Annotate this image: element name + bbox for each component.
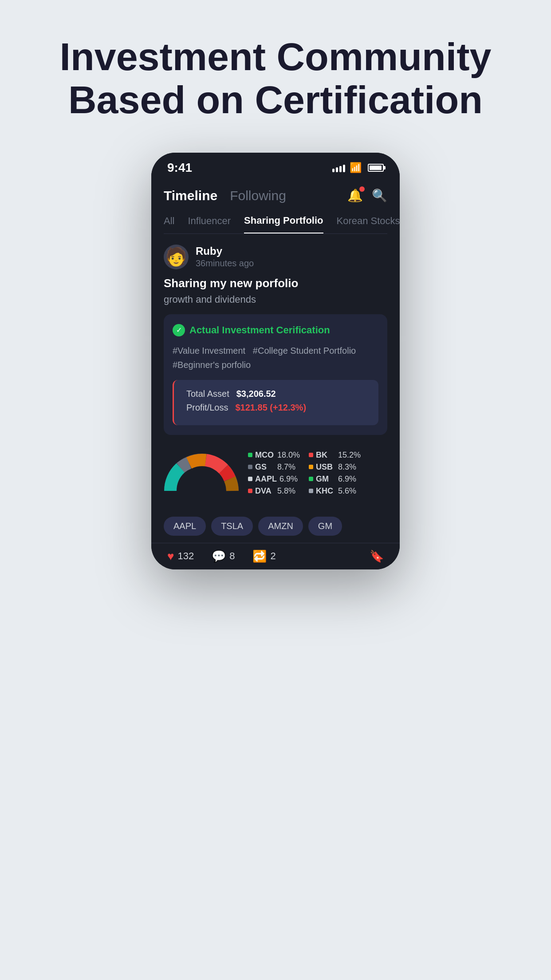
signal-bars-icon: [332, 163, 345, 172]
page-headline: Investment Community Based on Certificat…: [59, 36, 491, 122]
nav-tab-timeline[interactable]: Timeline: [164, 188, 217, 203]
notification-dot: [359, 186, 365, 192]
app-content: Timeline Following 🔔 🔍 All Influencer Sh…: [151, 179, 400, 504]
legend-dot: [248, 477, 252, 481]
header-icons: 🔔 🔍: [347, 188, 387, 203]
cert-check-icon: ✓: [173, 324, 185, 336]
legend-ticker: GM: [316, 474, 335, 484]
likes-count: 132: [177, 550, 194, 562]
wifi-icon: 📶: [350, 162, 362, 174]
post-author-name: Ruby: [196, 245, 254, 257]
legend-ticker: USB: [316, 462, 335, 472]
shares-count: 2: [270, 550, 276, 562]
legend-ticker: BK: [316, 450, 335, 460]
legend-item: USB 8.3%: [309, 462, 361, 472]
legend-item: AAPL 6.9%: [248, 474, 300, 484]
legend-item: BK 15.2%: [309, 450, 361, 460]
headline-line1: Investment Community: [59, 35, 491, 79]
legend-pct: 8.3%: [338, 462, 356, 472]
total-asset-row: Total Asset $3,206.52: [186, 389, 370, 399]
notification-bell-container[interactable]: 🔔: [347, 188, 363, 203]
filter-tab-all[interactable]: All: [164, 215, 174, 233]
filter-tab-sharing-portfolio[interactable]: Sharing Portfolio: [244, 215, 323, 233]
asset-card: Total Asset $3,206.52 Profit/Loss $121.8…: [173, 380, 378, 425]
post-subtitle: growth and dividends: [164, 294, 387, 305]
legend-dot: [309, 465, 313, 469]
legend-item: DVA 5.8%: [248, 486, 300, 496]
legend-pct: 6.9%: [338, 474, 356, 484]
bookmark-action[interactable]: 🔖: [370, 549, 384, 563]
legend-item: GS 8.7%: [248, 462, 300, 472]
legend-ticker: AAPL: [255, 474, 277, 484]
legend-item: KHC 5.6%: [309, 486, 361, 496]
legend-pct: 5.6%: [338, 486, 356, 496]
avatar: 🧑: [164, 245, 189, 269]
legend-dot: [248, 453, 252, 457]
donut-chart: [164, 447, 239, 500]
status-time: 9:41: [167, 161, 192, 175]
legend-ticker: GS: [255, 462, 275, 472]
profit-loss-value: $121.85 (+12.3%): [235, 403, 306, 413]
comments-count: 8: [229, 550, 235, 562]
legend-item: MCO 18.0%: [248, 450, 300, 460]
tags-section: AAPLTSLAAMZNGM: [151, 511, 400, 543]
legend-pct: 5.8%: [277, 486, 295, 496]
bookmark-icon: 🔖: [370, 549, 384, 563]
headline-line2: Based on Certification: [68, 78, 483, 122]
legend-dot: [248, 465, 252, 469]
nav-tabs: Timeline Following: [164, 188, 286, 203]
stock-tag[interactable]: AAPL: [164, 517, 206, 536]
legend-dot: [248, 489, 252, 493]
legend-item: GM 6.9%: [309, 474, 361, 484]
total-asset-label: Total Asset: [186, 389, 229, 399]
heart-icon: ♥: [167, 549, 174, 563]
legend-pct: 8.7%: [277, 462, 295, 472]
legend-ticker: KHC: [316, 486, 335, 496]
post-time-ago: 36minutes ago: [196, 258, 254, 269]
post-meta: Ruby 36minutes ago: [196, 245, 254, 269]
comments-action[interactable]: 💬 8: [212, 549, 235, 563]
stock-tag[interactable]: TSLA: [211, 517, 253, 536]
nav-tab-following[interactable]: Following: [230, 188, 286, 203]
stock-tag[interactable]: AMZN: [258, 517, 303, 536]
tags-row: AAPLTSLAAMZNGM: [164, 511, 387, 543]
chart-legend: MCO 18.0% BK 15.2% GS 8.7% USB 8.3% AAPL…: [248, 450, 361, 496]
cert-card: ✓ Actual Investment Cerification #Value …: [164, 314, 387, 435]
post-title: Sharing my new porfolio: [164, 277, 387, 290]
likes-action[interactable]: ♥ 132: [167, 549, 194, 563]
legend-pct: 6.9%: [279, 474, 298, 484]
share-icon: 🔁: [252, 549, 267, 563]
legend-dot: [309, 489, 313, 493]
filter-tab-korean-stocks[interactable]: Korean Stocks: [337, 215, 400, 233]
cert-tags: #Value Investment #College Student Portf…: [173, 344, 378, 372]
profit-loss-row: Profit/Loss $121.85 (+12.3%): [186, 403, 370, 413]
shares-action[interactable]: 🔁 2: [252, 549, 276, 563]
legend-ticker: DVA: [255, 486, 275, 496]
search-icon[interactable]: 🔍: [372, 188, 387, 203]
status-icons: 📶: [332, 162, 384, 174]
chart-section: MCO 18.0% BK 15.2% GS 8.7% USB 8.3% AAPL…: [164, 442, 387, 504]
profit-loss-label: Profit/Loss: [186, 403, 228, 413]
stock-tag[interactable]: GM: [308, 517, 342, 536]
cert-badge: ✓ Actual Investment Cerification: [173, 324, 378, 336]
cert-label: Actual Investment Cerification: [189, 324, 330, 336]
legend-pct: 15.2%: [338, 450, 361, 460]
legend-pct: 18.0%: [277, 450, 300, 460]
filter-tab-influencer[interactable]: Influencer: [188, 215, 231, 233]
post-container: 🧑 Ruby 36minutes ago Sharing my new porf…: [164, 234, 387, 504]
legend-ticker: MCO: [255, 450, 275, 460]
legend-dot: [309, 453, 313, 457]
legend-dot: [309, 477, 313, 481]
total-asset-value: $3,206.52: [236, 389, 276, 399]
filter-tabs: All Influencer Sharing Portfolio Korean …: [164, 208, 387, 234]
battery-icon: [368, 164, 384, 172]
phone-mockup: 9:41 📶 Timeline Following 🔔: [151, 153, 400, 569]
bottom-bar: ♥ 132 💬 8 🔁 2 🔖: [151, 543, 400, 569]
comment-icon: 💬: [212, 549, 226, 563]
header-nav: Timeline Following 🔔 🔍: [164, 179, 387, 208]
post-header: 🧑 Ruby 36minutes ago: [164, 245, 387, 269]
status-bar: 9:41 📶: [151, 153, 400, 179]
